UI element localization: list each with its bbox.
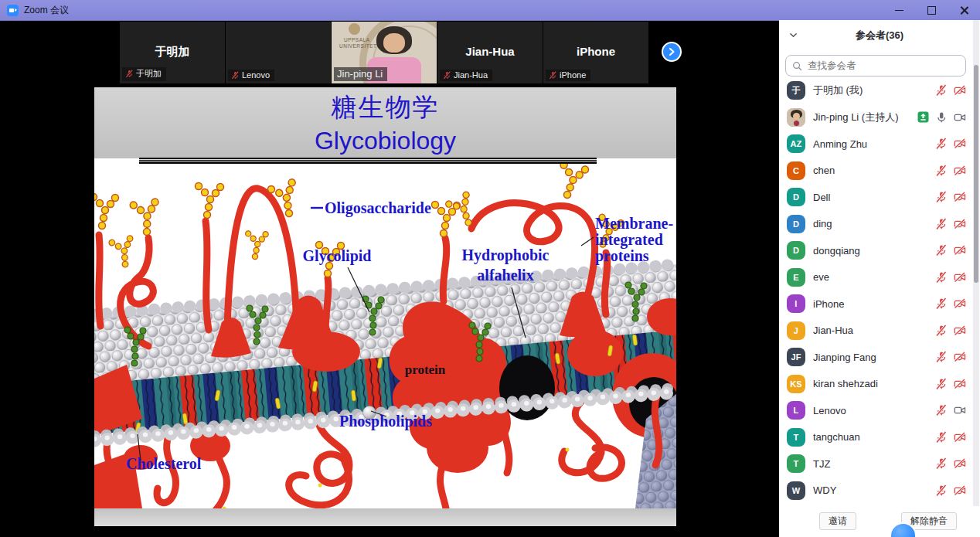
label-membrane-2: integrated bbox=[595, 231, 663, 249]
tile-center-name: Jian-Hua bbox=[437, 45, 543, 58]
participant-name: kiran shehzadi bbox=[813, 378, 878, 389]
avatar: E bbox=[787, 268, 805, 287]
avatar-initials: I bbox=[795, 299, 797, 308]
avatar: JF bbox=[787, 348, 805, 366]
maximize-button[interactable] bbox=[915, 0, 948, 20]
window-titlebar: Zoom 会议 bbox=[0, 0, 980, 21]
participant-row[interactable]: E eve bbox=[779, 264, 971, 291]
participant-row[interactable]: T TJZ bbox=[779, 450, 971, 478]
video-tile[interactable]: UPPSALA UNIVERSITET Jin-ping Li bbox=[332, 22, 437, 83]
video-tile[interactable]: Lenovo bbox=[226, 22, 331, 83]
mic-muted-icon bbox=[231, 71, 240, 80]
avatar-initials: AZ bbox=[790, 139, 801, 148]
participant-name: eve bbox=[813, 271, 829, 283]
avatar-initials: L bbox=[794, 406, 799, 415]
avatar-initials: JF bbox=[791, 352, 801, 362]
mic-status-icon bbox=[935, 484, 948, 497]
participants-header: 参会者(36) bbox=[779, 20, 980, 49]
avatar-initials: KS bbox=[790, 379, 802, 389]
panel-scrollbar-thumb[interactable] bbox=[974, 65, 978, 283]
participant-name: tangchuan bbox=[813, 431, 860, 443]
video-status-icon bbox=[954, 484, 966, 497]
tile-name-label: iPhone bbox=[546, 70, 590, 81]
participant-name: iPhone bbox=[813, 298, 844, 310]
participant-row[interactable]: KS kiran shehzadi bbox=[779, 371, 971, 398]
participant-name: Anming Zhu bbox=[813, 138, 867, 150]
participant-row[interactable]: L Lenovo bbox=[779, 397, 971, 424]
participant-row[interactable]: D ding bbox=[779, 211, 971, 238]
participant-name: Lenovo bbox=[813, 405, 846, 416]
video-tile[interactable]: iPhone iPhone bbox=[543, 22, 648, 83]
participant-row[interactable]: D Dell bbox=[779, 184, 971, 211]
invite-button[interactable]: 邀请 bbox=[819, 512, 856, 530]
video-status-icon bbox=[954, 138, 966, 150]
search-input[interactable] bbox=[806, 59, 965, 72]
avatar-initials: 于 bbox=[791, 85, 800, 97]
participant-name: Jianping Fang bbox=[813, 352, 876, 363]
mic-status-icon bbox=[935, 138, 948, 150]
participant-row[interactable]: AZ Anming Zhu bbox=[779, 131, 971, 158]
close-button[interactable] bbox=[948, 0, 980, 20]
chevron-right-icon bbox=[667, 47, 676, 56]
participant-name: 于明加 (我) bbox=[813, 83, 863, 97]
participant-row[interactable]: I iPhone bbox=[779, 291, 971, 318]
tile-name-label: Lenovo bbox=[228, 70, 274, 81]
participant-search[interactable] bbox=[785, 55, 966, 76]
label-protein: protein bbox=[405, 362, 446, 377]
video-tile[interactable]: Jian-Hua Jian-Hua bbox=[437, 22, 543, 83]
video-tile[interactable]: 于明加 于明加 bbox=[120, 22, 225, 83]
mic-status-icon bbox=[935, 457, 948, 470]
mic-status-icon bbox=[935, 378, 948, 390]
participant-row[interactable]: JF Jianping Fang bbox=[779, 344, 971, 371]
avatar: AZ bbox=[787, 134, 805, 153]
avatar: T bbox=[787, 454, 805, 473]
avatar: C bbox=[787, 161, 805, 180]
video-status-icon bbox=[954, 457, 966, 470]
next-participants-button[interactable] bbox=[662, 42, 682, 62]
tile-label-text: 于明加 bbox=[136, 68, 162, 80]
window-title: Zoom 会议 bbox=[24, 4, 69, 17]
participants-title: 参会者(36) bbox=[779, 29, 980, 42]
mic-status-icon bbox=[935, 431, 948, 444]
avatar: W bbox=[787, 481, 805, 500]
video-status-icon bbox=[954, 84, 966, 97]
person-face bbox=[383, 33, 405, 53]
video-status-icon bbox=[954, 378, 966, 390]
minimize-button[interactable] bbox=[883, 0, 915, 20]
avatar-initials: T bbox=[794, 459, 799, 468]
participant-row[interactable]: Jin-ping Li (主持人) bbox=[779, 104, 971, 131]
participant-row[interactable]: D dongqiang bbox=[779, 237, 971, 264]
mic-status-icon bbox=[935, 165, 948, 177]
participant-name: Jin-ping Li (主持人) bbox=[813, 110, 899, 124]
participant-name: TJZ bbox=[813, 458, 830, 470]
avatar-initials: T bbox=[794, 433, 799, 442]
video-status-icon bbox=[954, 218, 966, 230]
zoom-app-icon bbox=[7, 5, 19, 16]
tile-label-text: iPhone bbox=[560, 70, 586, 80]
avatar: I bbox=[787, 294, 805, 313]
mic-status-icon bbox=[935, 84, 948, 97]
membrane-diagram: Oligosaccharide Glycolipid Hydrophobic a… bbox=[94, 164, 676, 508]
participant-name: dongqiang bbox=[813, 245, 860, 257]
tile-name-label: 于明加 bbox=[122, 67, 166, 81]
avatar-initials: W bbox=[792, 486, 801, 495]
slide-title-en: Glycobiology bbox=[94, 127, 676, 155]
avatar bbox=[787, 108, 805, 127]
participants-footer: 邀请 解除静音 bbox=[779, 506, 980, 537]
participant-row[interactable]: C chen bbox=[779, 158, 971, 185]
participant-row[interactable]: J Jian-Hua bbox=[779, 318, 971, 345]
presentation-slide: 糖生物学 Glycobiology bbox=[94, 87, 676, 526]
participant-row[interactable]: 于 于明加 (我) bbox=[779, 77, 971, 104]
label-hydrophobic-1: Hydrophobic bbox=[462, 246, 550, 264]
video-status-icon bbox=[954, 191, 966, 203]
mic-muted-icon bbox=[443, 71, 451, 80]
tile-label-text: Jian-Hua bbox=[454, 70, 488, 80]
mic-status-icon bbox=[935, 297, 948, 310]
maximize-icon bbox=[927, 6, 936, 15]
video-status-icon bbox=[954, 165, 966, 177]
mic-status-icon bbox=[935, 218, 948, 230]
video-status-icon bbox=[954, 351, 966, 363]
participant-row[interactable]: W WDY bbox=[779, 478, 971, 505]
minimize-icon bbox=[895, 10, 903, 11]
participant-row[interactable]: T tangchuan bbox=[779, 424, 971, 451]
